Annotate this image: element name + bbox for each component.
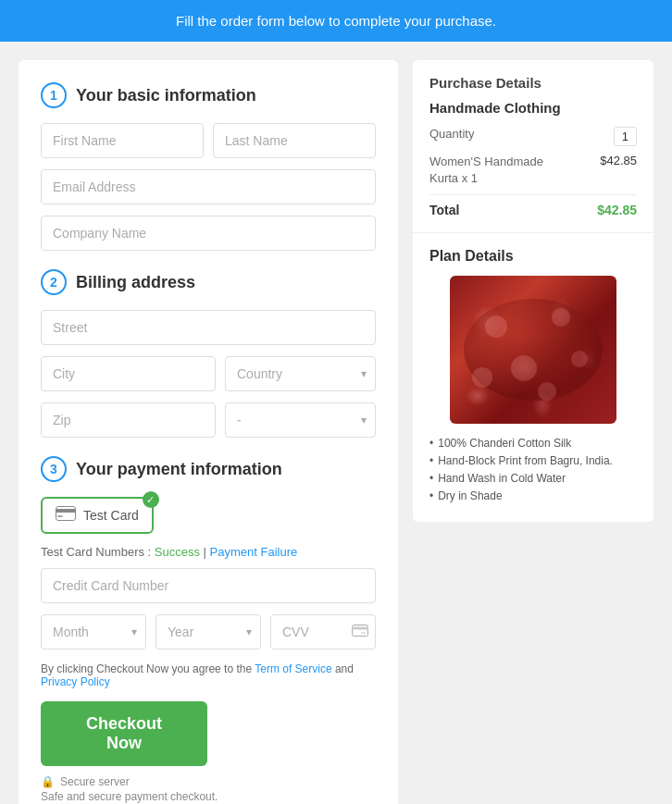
secure-sub: Safe and secure payment checkout. (41, 790, 376, 803)
separator: | (204, 545, 210, 559)
total-label: Total (429, 203, 459, 217)
zip-state-row: - (41, 402, 376, 438)
product-image-inner (450, 276, 616, 424)
svg-point-8 (552, 308, 570, 327)
svg-point-11 (472, 367, 492, 388)
first-name-input[interactable] (41, 123, 204, 158)
product-name: Handmade Clothing (429, 100, 637, 116)
section3-number: 3 (41, 456, 67, 482)
plan-title: Plan Details (429, 248, 637, 265)
quantity-value: 1 (614, 127, 637, 146)
svg-rect-2 (57, 515, 63, 517)
section2-number: 2 (41, 269, 67, 295)
section2-header: 2 Billing address (41, 269, 376, 295)
left-panel: 1 Your basic information (19, 60, 398, 804)
year-select-wrapper: Year 2024202520262027 202820292030 (156, 614, 261, 649)
plan-bullet-list: 100% Chanderi Cotton SilkHand-Block Prin… (429, 437, 637, 502)
secure-info: 🔒 Secure server (41, 775, 376, 788)
terms-middle: and (335, 662, 354, 675)
section1-header: 1 Your basic information (41, 82, 376, 108)
quantity-label: Quantity (429, 127, 474, 141)
test-card-info: Test Card Numbers : Success | Payment Fa… (41, 545, 376, 559)
secure-label: Secure server (60, 775, 130, 788)
svg-rect-3 (353, 625, 368, 637)
section-basic-info: 1 Your basic information (41, 82, 376, 251)
expiry-cvv-row: Month 01020304 05060708 09101112 Year 20… (41, 614, 376, 649)
city-input[interactable] (41, 356, 216, 391)
svg-rect-4 (352, 627, 368, 630)
privacy-link[interactable]: Privacy Policy (41, 675, 110, 688)
state-select[interactable]: - (225, 402, 376, 438)
street-input[interactable] (41, 310, 376, 345)
total-value: $42.85 (597, 203, 637, 217)
year-select[interactable]: Year 2024202520262027 202820292030 (156, 614, 261, 649)
checkout-button[interactable]: Checkout Now (41, 701, 207, 766)
cvv-wrapper (270, 614, 376, 649)
product-image (450, 276, 616, 424)
email-row (41, 169, 376, 204)
lock-icon: 🔒 (41, 775, 55, 788)
check-badge: ✓ (143, 491, 159, 508)
svg-point-7 (485, 315, 507, 338)
cvv-card-icon (352, 625, 368, 639)
plan-bullet-item: Hand Wash in Cold Water (429, 472, 637, 485)
plan-bullet-item: Hand-Block Print from Bagru, India. (429, 454, 637, 467)
zip-input[interactable] (41, 402, 216, 438)
plan-bullet-item: Dry in Shade (429, 489, 637, 502)
total-row: Total $42.85 (429, 194, 637, 217)
section-billing: 2 Billing address Country (41, 269, 376, 438)
item-price: $42.85 (600, 154, 637, 167)
city-country-row: Country (41, 356, 376, 391)
month-select[interactable]: Month 01020304 05060708 09101112 (41, 614, 146, 649)
company-row (41, 216, 376, 251)
country-select-wrapper: Country (225, 356, 376, 391)
test-card-prefix: Test Card Numbers : (41, 545, 155, 559)
company-input[interactable] (41, 216, 376, 251)
top-banner: Fill the order form below to complete yo… (0, 0, 672, 42)
svg-point-10 (571, 351, 588, 367)
item-row: Women'S Handmade Kurta x 1 $42.85 (429, 154, 637, 187)
cc-number-input[interactable] (41, 568, 376, 603)
payment-card-option[interactable]: ✓ Test Card (41, 497, 154, 534)
section2-title: Billing address (76, 273, 195, 292)
section3-title: Your payment information (76, 460, 282, 479)
svg-point-12 (538, 382, 556, 401)
section3-header: 3 Your payment information (41, 456, 376, 482)
purchase-details-section: Purchase Details Handmade Clothing Quant… (413, 60, 653, 233)
plan-details-section: Plan Details (413, 233, 653, 522)
street-row (41, 310, 376, 345)
failure-link[interactable]: Payment Failure (210, 545, 298, 559)
section1-title: Your basic information (76, 86, 256, 105)
purchase-details-title: Purchase Details (429, 75, 637, 91)
quantity-row: Quantity 1 (429, 127, 637, 146)
last-name-input[interactable] (213, 123, 376, 158)
item-label: Women'S Handmade Kurta x 1 (429, 154, 550, 187)
page-wrapper: Fill the order form below to complete yo… (0, 0, 672, 804)
cc-number-row (41, 568, 376, 603)
terms-prefix: By clicking Checkout Now you agree to th… (41, 662, 255, 675)
state-select-wrapper: - (225, 402, 376, 438)
name-row (41, 123, 376, 158)
card-label: Test Card (83, 508, 139, 523)
email-input[interactable] (41, 169, 376, 204)
banner-text: Fill the order form below to complete yo… (176, 13, 496, 29)
section-payment: 3 Your payment information ✓ Test Card (41, 456, 376, 803)
right-panel: Purchase Details Handmade Clothing Quant… (413, 60, 653, 522)
month-select-wrapper: Month 01020304 05060708 09101112 (41, 614, 146, 649)
success-link[interactable]: Success (155, 545, 200, 559)
svg-point-9 (511, 355, 537, 381)
section1-number: 1 (41, 82, 67, 108)
fabric-svg (450, 276, 616, 424)
svg-rect-1 (56, 509, 76, 513)
svg-rect-0 (56, 507, 76, 521)
credit-card-icon (56, 506, 76, 525)
terms-link1[interactable]: Term of Service (255, 662, 331, 675)
main-content: 1 Your basic information (0, 42, 672, 804)
terms-text: By clicking Checkout Now you agree to th… (41, 662, 376, 688)
svg-rect-5 (361, 632, 366, 634)
country-select[interactable]: Country (225, 356, 376, 391)
plan-bullet-item: 100% Chanderi Cotton Silk (429, 437, 637, 450)
